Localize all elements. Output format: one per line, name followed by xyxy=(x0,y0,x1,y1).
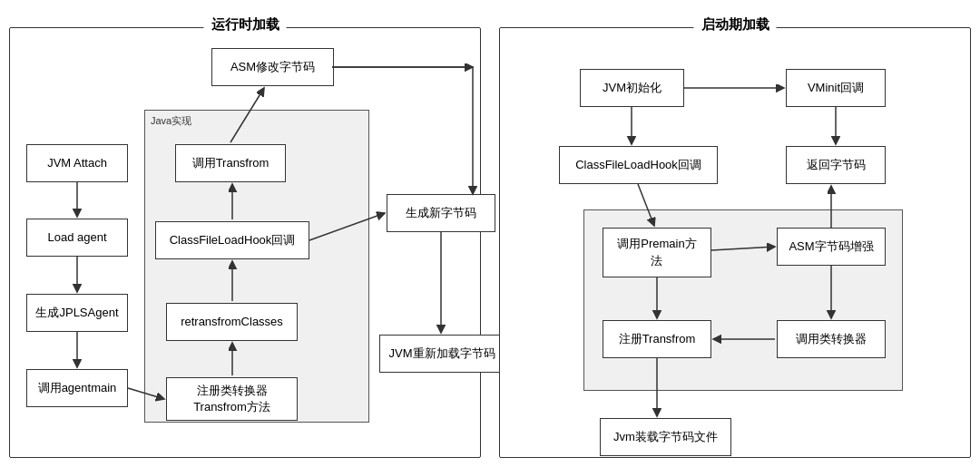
call-premain-box: 调用Premain方 法 xyxy=(603,228,711,277)
java-impl-label: Java实现 xyxy=(151,114,191,128)
reg-transformer-box: 注册类转换器 Transfrom方法 xyxy=(166,377,298,421)
asm-modify-box: ASM修改字节码 xyxy=(211,48,334,86)
load-agent-box: Load agent xyxy=(26,219,128,257)
gen-new-bytecode-box: 生成新字节码 xyxy=(387,194,495,232)
gen-jpls-box: 生成JPLSAgent xyxy=(26,294,128,332)
jvm-attach-box: JVM Attach xyxy=(26,144,128,182)
jvm-reload-box: JVM重新加载字节码 xyxy=(379,335,505,373)
jvm-init-box: JVM初始化 xyxy=(580,69,684,107)
vminit-callback-box: VMinit回调 xyxy=(786,69,886,107)
right-panel-title: 启动期加载 xyxy=(694,16,777,34)
call-transfrom-box: 调用Transfrom xyxy=(175,144,286,182)
call-converter-box: 调用类转换器 xyxy=(777,320,886,358)
classfile-hook2-box: ClassFileLoadHook回调 xyxy=(559,146,718,184)
reg-transfrom2-box: 注册Transfrom xyxy=(603,320,711,358)
classfile-hook-box: ClassFileLoadHook回调 xyxy=(155,221,309,259)
jvm-load-file-box: Jvm装载字节码文件 xyxy=(600,418,731,456)
call-agentmain-box: 调用agentmain xyxy=(26,369,128,407)
retransfrom-box: retransfromClasses xyxy=(166,303,298,341)
right-panel: 启动期加载 JVM初始化 VMinit回调 ClassFileLoadHook回… xyxy=(499,27,971,458)
return-bytecode-box: 返回字节码 xyxy=(786,146,886,184)
main-container: 运行时加载 Java实现 JVM Attach Load agent 生成JPL… xyxy=(0,0,980,467)
left-panel-title: 运行时加载 xyxy=(204,16,287,34)
left-panel: 运行时加载 Java实现 JVM Attach Load agent 生成JPL… xyxy=(9,27,481,458)
asm-enhance-box: ASM字节码增强 xyxy=(777,228,886,266)
